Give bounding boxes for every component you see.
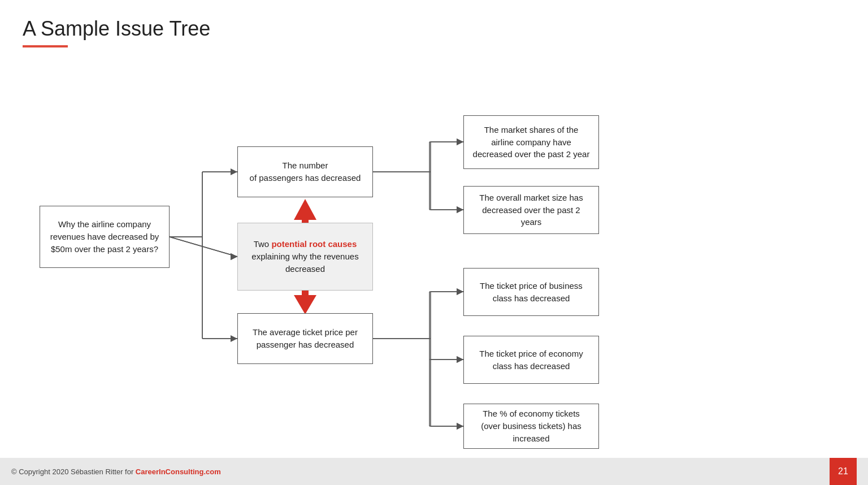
svg-marker-31 bbox=[231, 253, 237, 260]
main-content: A Sample Issue Tree bbox=[0, 0, 868, 458]
svg-marker-41 bbox=[457, 288, 463, 295]
svg-marker-43 bbox=[457, 356, 463, 363]
svg-marker-24 bbox=[231, 253, 237, 260]
svg-marker-27 bbox=[231, 168, 237, 175]
svg-line-20 bbox=[170, 237, 237, 257]
svg-marker-10 bbox=[457, 138, 463, 145]
svg-line-23 bbox=[170, 237, 237, 257]
economy-class-text: The ticket price of economy class has de… bbox=[472, 348, 591, 373]
business-class-text: The ticket price of business class has d… bbox=[472, 280, 591, 305]
business-class-box: The ticket price of business class has d… bbox=[463, 268, 599, 316]
title-underline bbox=[23, 45, 68, 47]
footer-brand: CareerInConsulting.com bbox=[136, 467, 221, 476]
svg-marker-17 bbox=[457, 288, 463, 295]
passengers-text: The numberof passengers has decreased bbox=[250, 159, 361, 184]
market-shares-box: The market shares of the airline company… bbox=[463, 115, 599, 169]
economy-class-box: The ticket price of economy class has de… bbox=[463, 336, 599, 384]
svg-marker-22 bbox=[231, 253, 237, 260]
passengers-box: The numberof passengers has decreased bbox=[237, 146, 373, 197]
central-box: Two potential root causesexplaining why … bbox=[237, 223, 373, 291]
pct-economy-text: The % of economy tickets (over business … bbox=[472, 408, 591, 444]
page-title: A Sample Issue Tree bbox=[23, 17, 845, 41]
footer-copyright-text: © Copyright 2020 Sébastien Ritter for bbox=[11, 467, 136, 476]
market-shares-text: The market shares of the airline company… bbox=[472, 124, 591, 161]
root-box-text: Why the airline company revenues have de… bbox=[48, 218, 161, 255]
avgprice-box: The average ticket price per passenger h… bbox=[237, 313, 373, 364]
central-text: Two potential root causesexplaining why … bbox=[251, 238, 358, 275]
svg-marker-35 bbox=[457, 138, 463, 145]
root-box: Why the airline company revenues have de… bbox=[40, 206, 170, 268]
footer-page-number: 21 bbox=[830, 458, 857, 485]
highlight-text: potential root causes bbox=[271, 239, 357, 249]
svg-marker-29 bbox=[231, 335, 237, 342]
pct-economy-box: The % of economy tickets (over business … bbox=[463, 404, 599, 449]
title-area: A Sample Issue Tree bbox=[23, 17, 845, 47]
footer-copyright: © Copyright 2020 Sébastien Ritter for Ca… bbox=[11, 467, 221, 476]
svg-marker-18 bbox=[457, 356, 463, 363]
overall-market-text: The overall market size has decreased ov… bbox=[472, 192, 591, 228]
svg-marker-19 bbox=[457, 423, 463, 430]
overall-market-box: The overall market size has decreased ov… bbox=[463, 186, 599, 234]
footer: © Copyright 2020 Sébastien Ritter for Ca… bbox=[0, 458, 868, 485]
svg-marker-11 bbox=[457, 206, 463, 213]
diagram: Why the airline company revenues have de… bbox=[23, 59, 845, 443]
avgprice-text: The average ticket price per passenger h… bbox=[246, 326, 364, 351]
svg-marker-45 bbox=[457, 423, 463, 430]
svg-line-21 bbox=[202, 237, 237, 257]
svg-marker-37 bbox=[457, 206, 463, 213]
